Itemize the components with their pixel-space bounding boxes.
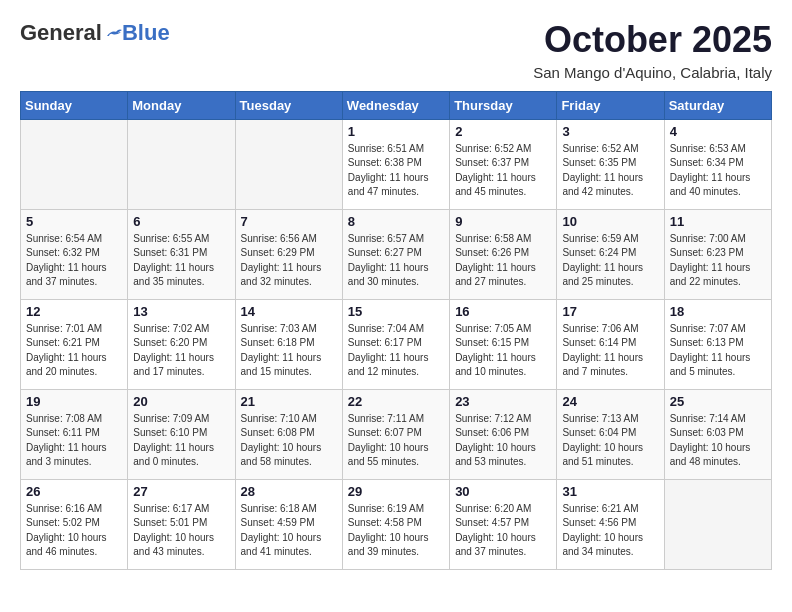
day-number: 30 [455, 484, 551, 499]
day-info: Sunrise: 7:04 AM Sunset: 6:17 PM Dayligh… [348, 322, 444, 380]
calendar-cell: 18Sunrise: 7:07 AM Sunset: 6:13 PM Dayli… [664, 299, 771, 389]
calendar-cell: 25Sunrise: 7:14 AM Sunset: 6:03 PM Dayli… [664, 389, 771, 479]
page-header: General Blue October 2025 San Mango d'Aq… [20, 20, 772, 81]
calendar-cell [235, 119, 342, 209]
day-info: Sunrise: 6:51 AM Sunset: 6:38 PM Dayligh… [348, 142, 444, 200]
calendar-week-row: 1Sunrise: 6:51 AM Sunset: 6:38 PM Daylig… [21, 119, 772, 209]
day-number: 17 [562, 304, 658, 319]
calendar-cell: 14Sunrise: 7:03 AM Sunset: 6:18 PM Dayli… [235, 299, 342, 389]
weekday-header-saturday: Saturday [664, 91, 771, 119]
location-text: San Mango d'Aquino, Calabria, Italy [533, 64, 772, 81]
calendar-cell [21, 119, 128, 209]
day-number: 16 [455, 304, 551, 319]
day-info: Sunrise: 6:59 AM Sunset: 6:24 PM Dayligh… [562, 232, 658, 290]
calendar-cell: 20Sunrise: 7:09 AM Sunset: 6:10 PM Dayli… [128, 389, 235, 479]
weekday-header-wednesday: Wednesday [342, 91, 449, 119]
calendar-cell: 30Sunrise: 6:20 AM Sunset: 4:57 PM Dayli… [450, 479, 557, 569]
calendar-cell [664, 479, 771, 569]
day-info: Sunrise: 7:08 AM Sunset: 6:11 PM Dayligh… [26, 412, 122, 470]
month-title: October 2025 [533, 20, 772, 60]
calendar-week-row: 5Sunrise: 6:54 AM Sunset: 6:32 PM Daylig… [21, 209, 772, 299]
day-number: 25 [670, 394, 766, 409]
day-number: 8 [348, 214, 444, 229]
calendar-table: SundayMondayTuesdayWednesdayThursdayFrid… [20, 91, 772, 570]
calendar-cell: 24Sunrise: 7:13 AM Sunset: 6:04 PM Dayli… [557, 389, 664, 479]
day-info: Sunrise: 6:56 AM Sunset: 6:29 PM Dayligh… [241, 232, 337, 290]
calendar-week-row: 19Sunrise: 7:08 AM Sunset: 6:11 PM Dayli… [21, 389, 772, 479]
calendar-cell: 17Sunrise: 7:06 AM Sunset: 6:14 PM Dayli… [557, 299, 664, 389]
day-number: 18 [670, 304, 766, 319]
logo-bird-icon [104, 24, 122, 42]
day-info: Sunrise: 6:54 AM Sunset: 6:32 PM Dayligh… [26, 232, 122, 290]
calendar-cell [128, 119, 235, 209]
day-number: 21 [241, 394, 337, 409]
weekday-header-monday: Monday [128, 91, 235, 119]
logo-blue-text: Blue [122, 20, 170, 46]
day-info: Sunrise: 7:07 AM Sunset: 6:13 PM Dayligh… [670, 322, 766, 380]
calendar-cell: 23Sunrise: 7:12 AM Sunset: 6:06 PM Dayli… [450, 389, 557, 479]
day-info: Sunrise: 6:18 AM Sunset: 4:59 PM Dayligh… [241, 502, 337, 560]
weekday-header-sunday: Sunday [21, 91, 128, 119]
day-number: 20 [133, 394, 229, 409]
day-info: Sunrise: 7:01 AM Sunset: 6:21 PM Dayligh… [26, 322, 122, 380]
day-info: Sunrise: 6:52 AM Sunset: 6:37 PM Dayligh… [455, 142, 551, 200]
calendar-cell: 28Sunrise: 6:18 AM Sunset: 4:59 PM Dayli… [235, 479, 342, 569]
day-number: 12 [26, 304, 122, 319]
day-number: 4 [670, 124, 766, 139]
weekday-header-thursday: Thursday [450, 91, 557, 119]
calendar-cell: 7Sunrise: 6:56 AM Sunset: 6:29 PM Daylig… [235, 209, 342, 299]
day-info: Sunrise: 6:52 AM Sunset: 6:35 PM Dayligh… [562, 142, 658, 200]
calendar-cell: 5Sunrise: 6:54 AM Sunset: 6:32 PM Daylig… [21, 209, 128, 299]
day-info: Sunrise: 7:03 AM Sunset: 6:18 PM Dayligh… [241, 322, 337, 380]
calendar-cell: 12Sunrise: 7:01 AM Sunset: 6:21 PM Dayli… [21, 299, 128, 389]
day-number: 1 [348, 124, 444, 139]
day-number: 13 [133, 304, 229, 319]
day-info: Sunrise: 7:05 AM Sunset: 6:15 PM Dayligh… [455, 322, 551, 380]
calendar-cell: 13Sunrise: 7:02 AM Sunset: 6:20 PM Dayli… [128, 299, 235, 389]
day-number: 5 [26, 214, 122, 229]
day-info: Sunrise: 6:17 AM Sunset: 5:01 PM Dayligh… [133, 502, 229, 560]
calendar-cell: 10Sunrise: 6:59 AM Sunset: 6:24 PM Dayli… [557, 209, 664, 299]
calendar-cell: 4Sunrise: 6:53 AM Sunset: 6:34 PM Daylig… [664, 119, 771, 209]
day-info: Sunrise: 7:00 AM Sunset: 6:23 PM Dayligh… [670, 232, 766, 290]
day-number: 15 [348, 304, 444, 319]
day-info: Sunrise: 6:20 AM Sunset: 4:57 PM Dayligh… [455, 502, 551, 560]
day-number: 7 [241, 214, 337, 229]
calendar-cell: 16Sunrise: 7:05 AM Sunset: 6:15 PM Dayli… [450, 299, 557, 389]
day-number: 28 [241, 484, 337, 499]
calendar-cell: 11Sunrise: 7:00 AM Sunset: 6:23 PM Dayli… [664, 209, 771, 299]
day-number: 23 [455, 394, 551, 409]
day-info: Sunrise: 6:53 AM Sunset: 6:34 PM Dayligh… [670, 142, 766, 200]
day-info: Sunrise: 7:09 AM Sunset: 6:10 PM Dayligh… [133, 412, 229, 470]
day-info: Sunrise: 6:21 AM Sunset: 4:56 PM Dayligh… [562, 502, 658, 560]
day-number: 24 [562, 394, 658, 409]
calendar-header-row: SundayMondayTuesdayWednesdayThursdayFrid… [21, 91, 772, 119]
day-info: Sunrise: 6:55 AM Sunset: 6:31 PM Dayligh… [133, 232, 229, 290]
day-number: 27 [133, 484, 229, 499]
calendar-cell: 22Sunrise: 7:11 AM Sunset: 6:07 PM Dayli… [342, 389, 449, 479]
calendar-cell: 27Sunrise: 6:17 AM Sunset: 5:01 PM Dayli… [128, 479, 235, 569]
day-number: 9 [455, 214, 551, 229]
day-number: 14 [241, 304, 337, 319]
weekday-header-tuesday: Tuesday [235, 91, 342, 119]
weekday-header-friday: Friday [557, 91, 664, 119]
calendar-cell: 31Sunrise: 6:21 AM Sunset: 4:56 PM Dayli… [557, 479, 664, 569]
day-number: 6 [133, 214, 229, 229]
day-info: Sunrise: 7:14 AM Sunset: 6:03 PM Dayligh… [670, 412, 766, 470]
calendar-cell: 21Sunrise: 7:10 AM Sunset: 6:08 PM Dayli… [235, 389, 342, 479]
calendar-cell: 15Sunrise: 7:04 AM Sunset: 6:17 PM Dayli… [342, 299, 449, 389]
calendar-cell: 2Sunrise: 6:52 AM Sunset: 6:37 PM Daylig… [450, 119, 557, 209]
logo-general-text: General [20, 20, 102, 46]
day-info: Sunrise: 7:12 AM Sunset: 6:06 PM Dayligh… [455, 412, 551, 470]
calendar-cell: 19Sunrise: 7:08 AM Sunset: 6:11 PM Dayli… [21, 389, 128, 479]
day-info: Sunrise: 6:58 AM Sunset: 6:26 PM Dayligh… [455, 232, 551, 290]
day-info: Sunrise: 6:16 AM Sunset: 5:02 PM Dayligh… [26, 502, 122, 560]
day-number: 3 [562, 124, 658, 139]
calendar-week-row: 26Sunrise: 6:16 AM Sunset: 5:02 PM Dayli… [21, 479, 772, 569]
day-info: Sunrise: 7:06 AM Sunset: 6:14 PM Dayligh… [562, 322, 658, 380]
calendar-cell: 1Sunrise: 6:51 AM Sunset: 6:38 PM Daylig… [342, 119, 449, 209]
title-section: October 2025 San Mango d'Aquino, Calabri… [533, 20, 772, 81]
calendar-cell: 6Sunrise: 6:55 AM Sunset: 6:31 PM Daylig… [128, 209, 235, 299]
day-number: 11 [670, 214, 766, 229]
calendar-cell: 29Sunrise: 6:19 AM Sunset: 4:58 PM Dayli… [342, 479, 449, 569]
